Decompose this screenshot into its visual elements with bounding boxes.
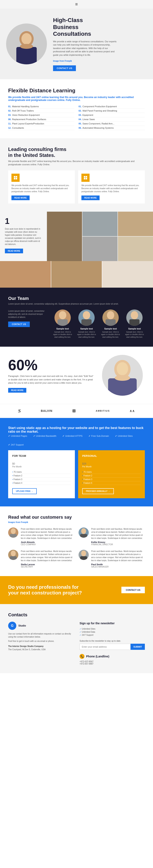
card-1-text: We provide flexible and 24/7 online lear…: [11, 184, 72, 193]
testimonial-2-role: FINANCIAL DIRECTOR: [91, 544, 145, 546]
team-member-2-avatar: [78, 309, 94, 326]
pricing-title: Start using static app as a hosting for …: [8, 426, 145, 433]
gallery-img-office: [82, 212, 117, 236]
svg-rect-5: [16, 176, 17, 178]
contacts-grid: G Studio Use our contact form for all in…: [8, 622, 145, 665]
team-member-3-avatar: [103, 309, 119, 326]
logo-circle: G: [8, 622, 16, 630]
contacts-section: Contacts G Studio Use our contact form f…: [0, 604, 153, 673]
testimonial-1-role: CEO COMPANY: [21, 544, 74, 546]
hamburger-icon[interactable]: ≡: [75, 2, 78, 7]
pricing-feature-4: Unlimited Sites: [115, 435, 132, 437]
pricing-card-personal-button[interactable]: Proceed Annually →: [82, 488, 114, 494]
cta-contact-button[interactable]: CONTACT US: [121, 587, 145, 593]
gallery-row2-img3: [102, 261, 153, 288]
courses-col-left: 01.Material Handling Systems 02.Roll-Off…: [8, 104, 74, 130]
pricing-features: Unlimited Pages Unlimited Bandwidth Unli…: [8, 435, 145, 446]
company-name: Studio: [18, 624, 26, 627]
team-left-text: Lorem ipsum dolor sit amet, consectetur …: [8, 309, 49, 319]
team-contact-button[interactable]: CONTACT US: [8, 321, 30, 327]
gallery-text: Duis aute irure dolor in reprehenderit i…: [5, 227, 42, 246]
svg-point-1: [22, 33, 32, 44]
pricing-card-personal-per: Per Month: [82, 466, 141, 468]
pricing-card-team-features: 75 Users Feature 2 Feature 3 Feature 4: [12, 470, 71, 485]
card-2-read-more[interactable]: READ MORE: [81, 195, 100, 200]
gallery-text-panel: 1 Duis aute irure dolor in reprehenderit…: [0, 212, 47, 261]
svg-rect-29: [10, 556, 17, 560]
phone-number-1: +972-637-8567: [80, 660, 145, 663]
contacts-title: Contacts: [8, 612, 145, 618]
svg-rect-31: [80, 556, 87, 560]
svg-rect-13: [58, 319, 68, 326]
svg-rect-27: [80, 534, 87, 538]
sixty-right: [100, 355, 145, 396]
gallery-read-more[interactable]: READ MORE: [5, 249, 23, 253]
testimonial-4-name: Paul Smith: [91, 563, 145, 566]
pricing-header: Start using static app as a hosting for …: [8, 426, 145, 446]
team-feat-1: Feature 2: [12, 474, 71, 477]
course-item: 03.Voice Reduction Equipment: [8, 113, 74, 117]
phone-number-2: +972-657-9887: [80, 663, 145, 665]
newsletter-title: Sign up for the newsletter: [80, 622, 145, 625]
newsletter-feat-1: Unlimited Data: [80, 630, 145, 633]
newsletter-email-input[interactable]: [80, 644, 130, 650]
personal-feat-3: Feature 6: [82, 481, 141, 485]
svg-point-16: [107, 311, 114, 319]
our-team-title: Our Team: [8, 296, 145, 301]
contact-logo: G Studio: [8, 622, 73, 630]
svg-point-28: [11, 551, 16, 556]
hero-title: High-Class Business Consultations: [53, 17, 118, 37]
card-2-text: We provide flexible and 24/7 online lear…: [81, 184, 142, 193]
testimonial-4-role: SALES MANAGER: [91, 566, 145, 568]
pricing-card-team-button[interactable]: Upload Free →: [12, 488, 37, 494]
personal-feat-0: 75 Users: [82, 470, 141, 474]
newsletter-feat-2: 24/7 Support: [80, 633, 145, 637]
testimonial-3-name: Stella Larson: [21, 563, 74, 566]
team-members: Lorem ipsum dolor sit amet, consectetur …: [8, 309, 145, 339]
leading-title: Leading consulting firms in the United S…: [8, 147, 145, 158]
hero-from: Image from Freepik: [53, 59, 118, 63]
sixty-section: 60% Paragraph. Click here to add your ow…: [0, 347, 153, 404]
team-member-4: Sample text Sample text. Click to again …: [124, 309, 145, 339]
svg-rect-15: [81, 319, 91, 326]
newsletter-submit-button[interactable]: SUBMIT: [130, 644, 145, 650]
gallery-img-notebook: [118, 237, 153, 261]
gallery-grid: [47, 212, 153, 261]
logo-double-chevron: ∧∧: [129, 409, 135, 413]
pricing-feature-5: 24/7 Support: [8, 443, 24, 446]
hero-cta-button[interactable]: CONTACT US: [53, 65, 76, 71]
contact-description-1: Use our contact form for all information…: [8, 632, 73, 639]
course-item: 08.Replacement Production Surfaces: [8, 117, 74, 122]
gallery-img-coffee: [47, 212, 82, 261]
svg-point-26: [81, 528, 86, 534]
testimonial-1: Proin sed libero enim sed faucibus. Morb…: [8, 527, 74, 546]
svg-rect-10: [84, 178, 85, 179]
leading-card-1: We provide flexible and 24/7 online lear…: [8, 170, 75, 204]
team-feat-3: Feature 4: [12, 481, 71, 485]
testimonial-4-avatar: [79, 550, 89, 560]
svg-point-23: [115, 375, 130, 381]
sixty-read-more[interactable]: READ MORE: [8, 388, 26, 393]
gallery-row2-img1: [0, 261, 51, 288]
pricing-card-team-label: For Team: [12, 454, 71, 457]
testimonials-title: Read what our customers say: [8, 515, 145, 520]
logo-balvin: BALVIN: [41, 409, 52, 412]
course-item: 06.Automated Measuring Systems: [79, 126, 145, 130]
team-left-panel: Lorem ipsum dolor sit amet, consectetur …: [8, 309, 49, 327]
card-1-read-more[interactable]: READ MORE: [11, 195, 30, 200]
our-team-description: Lorem ipsum dolor sit amet, consectetur …: [8, 302, 145, 305]
our-team-section: Our Team Lorem ipsum dolor sit amet, con…: [0, 288, 153, 347]
testimonials-grid: Proin sed libero enim sed faucibus. Morb…: [8, 527, 145, 568]
newsletter-features: Unlimited Sites Unlimited Data 24/7 Supp…: [80, 627, 145, 637]
testimonials-section: Read what our customers say Images from …: [0, 506, 153, 576]
pricing-card-personal-features: 75 Users Feature 2 Feature 3 Feature 6: [82, 470, 141, 485]
svg-rect-19: [129, 319, 140, 326]
hero-description: We provide a wide range of business cons…: [53, 40, 118, 57]
team-member-1-text: Sample text. Click to again or double cl…: [52, 331, 73, 339]
testimonial-4-text: Proin sed libero enim sed faucibus. Morb…: [91, 550, 145, 562]
cta-banner: Do you need professionals for your next …: [0, 576, 153, 604]
team-member-3-text: Sample text. Click to again or double cl…: [100, 331, 121, 339]
hero-image: [6, 24, 47, 64]
course-item: 12.Consultants: [8, 126, 74, 130]
testimonial-3: Proin sed libero enim sed faucibus. Morb…: [8, 550, 74, 568]
